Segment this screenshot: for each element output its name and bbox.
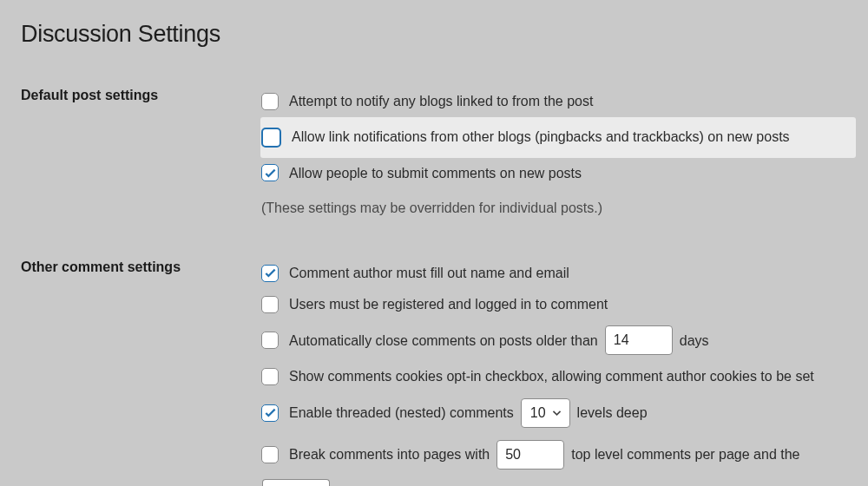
option-require-registration[interactable]: Users must be registered and logged in t… <box>260 289 847 320</box>
option-label: Attempt to notify any blogs linked to fr… <box>289 92 593 111</box>
threaded-levels-select[interactable]: 10 <box>521 398 570 428</box>
page-title: Discussion Settings <box>21 21 847 48</box>
option-allow-comments[interactable]: Allow people to submit comments on new p… <box>260 158 847 189</box>
option-label-prefix: Break comments into pages with <box>289 445 490 464</box>
check-icon <box>264 167 277 180</box>
option-threaded-comments[interactable]: Enable threaded (nested) comments 10 lev… <box>260 392 847 434</box>
section-label-default-post: Default post settings <box>21 88 158 102</box>
checkbox-require-registration[interactable] <box>261 296 279 313</box>
option-auto-close[interactable]: Automatically close comments on posts ol… <box>260 319 847 361</box>
option-label-suffix: top level comments per page and the <box>571 445 799 464</box>
option-label-suffix: levels deep <box>577 404 648 423</box>
option-allow-pingbacks[interactable]: Allow link notifications from other blog… <box>260 117 856 158</box>
option-label: Show comments cookies opt-in checkbox, a… <box>289 367 814 386</box>
option-label: Comment author must fill out name and em… <box>289 264 569 283</box>
checkbox-notify-linked[interactable] <box>261 93 279 110</box>
checkbox-require-name-email[interactable] <box>261 265 279 282</box>
option-label: Allow people to submit comments on new p… <box>289 164 582 183</box>
checkbox-allow-comments[interactable] <box>261 164 279 181</box>
checkbox-cookies-optin[interactable] <box>261 368 279 385</box>
checkbox-allow-pingbacks[interactable] <box>261 128 281 148</box>
option-cookies-optin[interactable]: Show comments cookies opt-in checkbox, a… <box>260 361 847 392</box>
option-label: Allow link notifications from other blog… <box>292 128 790 147</box>
option-paginate-comments[interactable]: Break comments into pages with top level… <box>260 434 847 476</box>
option-label-prefix: Automatically close comments on posts ol… <box>289 332 598 351</box>
option-label-suffix: days <box>680 332 709 351</box>
auto-close-days-input[interactable] <box>605 325 673 355</box>
option-notify-linked[interactable]: Attempt to notify any blogs linked to fr… <box>260 86 847 117</box>
check-icon <box>264 266 277 279</box>
default-post-note: (These settings may be overridden for in… <box>261 200 847 216</box>
cutoff-input <box>262 479 330 486</box>
chevron-down-icon <box>551 407 562 418</box>
option-require-name-email[interactable]: Comment author must fill out name and em… <box>260 258 847 289</box>
option-label: Users must be registered and logged in t… <box>289 295 608 314</box>
select-value: 10 <box>530 404 546 423</box>
checkbox-paginate-comments[interactable] <box>261 446 279 463</box>
option-label-prefix: Enable threaded (nested) comments <box>289 404 514 423</box>
checkbox-threaded-comments[interactable] <box>261 404 279 422</box>
section-label-other-comment: Other comment settings <box>21 259 181 274</box>
checkbox-auto-close[interactable] <box>261 332 279 349</box>
check-icon <box>264 406 277 419</box>
paginate-count-input[interactable] <box>496 440 564 470</box>
